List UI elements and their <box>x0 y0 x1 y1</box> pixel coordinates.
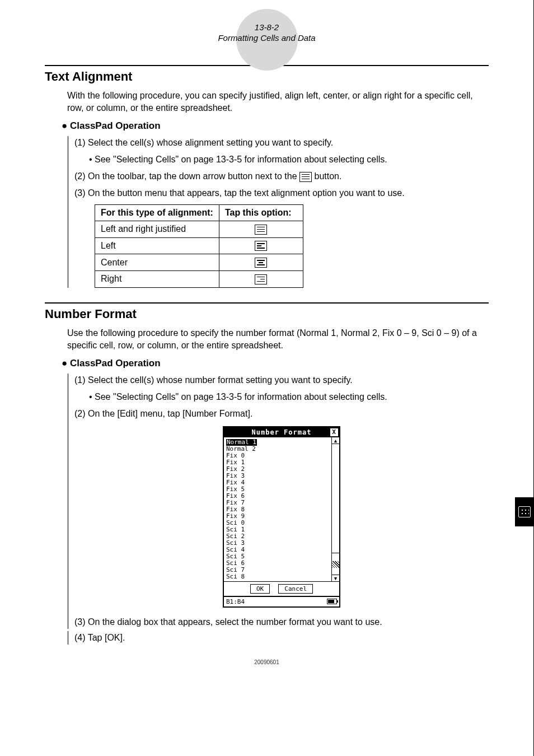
text-alignment-intro: With the following procedure, you can sp… <box>67 90 489 115</box>
s1-step2: (2) On the toolbar, tap the down arrow b… <box>74 170 489 183</box>
list-item[interactable]: Fix 7 <box>226 500 329 506</box>
list-item[interactable]: Fix 5 <box>226 486 329 493</box>
row-center-label: Center <box>95 254 219 271</box>
s1-step2-text-b: button. <box>314 171 341 181</box>
table-header-type: For this type of alignment: <box>95 204 219 221</box>
row-justified-label: Left and right justified <box>95 221 219 237</box>
list-item[interactable]: Fix 3 <box>226 473 329 479</box>
list-item[interactable]: Fix 9 <box>226 513 329 520</box>
scroll-down-icon[interactable]: ▼ <box>332 575 339 581</box>
s1-step1-sub: See "Selecting Cells" on page 13-3-5 for… <box>89 153 489 166</box>
number-format-dialog: Number Format X Normal 1Normal 2Fix 0Fix… <box>223 426 340 608</box>
align-left-icon <box>255 241 267 251</box>
number-format-heading: Number Format <box>45 307 489 321</box>
scrollbar[interactable]: ▲ ▼ <box>331 437 339 581</box>
list-item[interactable]: Fix 1 <box>226 459 329 466</box>
format-list[interactable]: Normal 1Normal 2Fix 0Fix 1Fix 2Fix 3Fix … <box>224 437 331 581</box>
dialog-title: Number Format X <box>224 427 339 437</box>
list-item[interactable]: Sci 8 <box>226 573 329 580</box>
justify-icon <box>255 225 267 235</box>
align-center-icon <box>255 258 267 268</box>
list-item[interactable]: Fix 4 <box>226 479 329 486</box>
side-thumb-tab <box>515 497 534 526</box>
align-button-icon <box>299 172 312 182</box>
s1-step1: (1) Select the cell(s) whose alignment s… <box>74 136 489 150</box>
s2-step1: (1) Select the cell(s) whose number form… <box>74 374 489 387</box>
list-item[interactable]: Normal 2 <box>226 446 329 452</box>
list-item[interactable]: Sci 5 <box>226 553 329 560</box>
ok-button[interactable]: OK <box>250 584 270 594</box>
page-subtitle: Formatting Cells and Data <box>45 33 489 43</box>
classpad-operation-heading-1: ClassPad Operation <box>62 120 489 132</box>
list-item[interactable]: Fix 8 <box>226 506 329 513</box>
list-item[interactable]: Fix 6 <box>226 493 329 500</box>
status-cell-range: B1:B4 <box>226 598 245 605</box>
s1-step2-text-a: (2) On the toolbar, tap the down arrow b… <box>74 171 299 181</box>
row-right-label: Right <box>95 271 219 288</box>
table-header-option: Tap this option: <box>219 204 303 221</box>
cancel-button[interactable]: Cancel <box>278 584 313 594</box>
s1-step3: (3) On the button menu that appears, tap… <box>74 186 489 200</box>
classpad-operation-heading-2: ClassPad Operation <box>62 358 489 369</box>
row-left-label: Left <box>95 237 219 254</box>
footer-date: 20090601 <box>45 659 489 665</box>
list-item[interactable]: Fix 2 <box>226 466 329 473</box>
s2-step4: (4) Tap [OK]. <box>74 631 489 645</box>
s2-step1-sub: See "Selecting Cells" on page 13-3-5 for… <box>89 390 489 404</box>
page-number: 13-8-2 <box>45 22 489 32</box>
battery-icon <box>327 599 337 604</box>
list-item[interactable]: Sci 6 <box>226 560 329 567</box>
number-format-intro: Use the following procedure to specify t… <box>67 327 489 352</box>
list-item[interactable]: Sci 0 <box>226 520 329 526</box>
s2-step3: (3) On the dialog box that appears, sele… <box>74 615 489 629</box>
align-right-icon <box>255 274 267 284</box>
list-item[interactable]: Sci 1 <box>226 526 329 533</box>
s2-step2: (2) On the [Edit] menu, tap [Number Form… <box>74 407 489 421</box>
list-item[interactable]: Fix 0 <box>226 452 329 459</box>
list-item[interactable]: Normal 1 <box>226 439 257 446</box>
list-item[interactable]: Sci 7 <box>226 567 329 573</box>
list-item[interactable]: Sci 2 <box>226 533 329 540</box>
list-item[interactable]: Sci 3 <box>226 540 329 547</box>
page-header: 13-8-2 Formatting Cells and Data <box>45 22 489 43</box>
alignment-table: For this type of alignment: Tap this opt… <box>95 204 303 288</box>
list-item[interactable]: Sci 4 <box>226 547 329 553</box>
scroll-up-icon[interactable]: ▲ <box>332 437 339 444</box>
text-alignment-heading: Text Alignment <box>45 69 489 84</box>
close-icon[interactable]: X <box>330 428 338 436</box>
